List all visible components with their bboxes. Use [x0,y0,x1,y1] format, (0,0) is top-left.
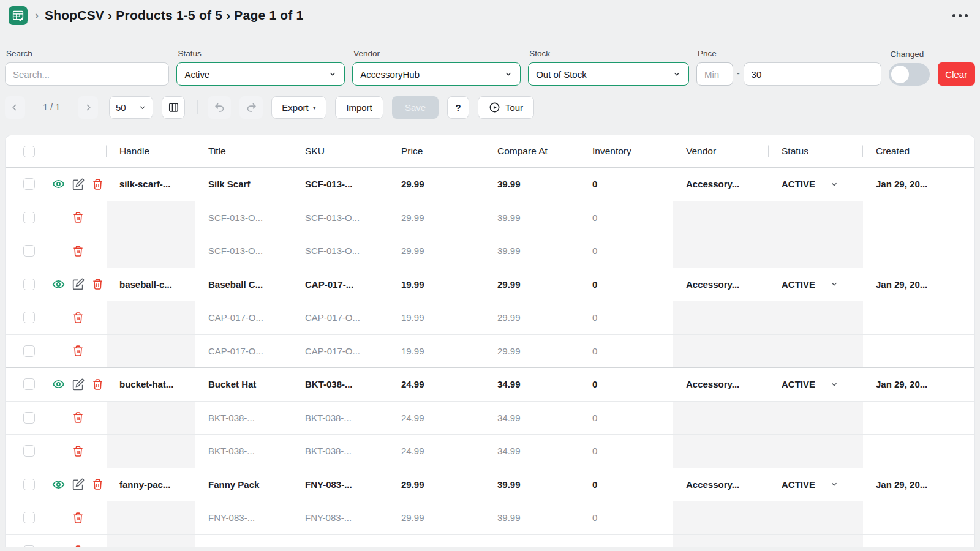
row-checkbox[interactable] [23,245,35,257]
row-checkbox[interactable] [23,279,35,290]
status-filter-group: Status Active [176,49,345,86]
column-header-status[interactable]: Status [769,135,863,167]
created-cell [863,234,974,268]
edit-product-button[interactable] [72,178,85,190]
status-label: Status [178,49,345,58]
import-button[interactable]: Import [335,96,383,119]
column-header-sku[interactable]: SKU [292,135,388,167]
price-max-input[interactable] [744,62,882,86]
row-status-value: ACTIVE [782,179,815,189]
product-row: silk-scarf-...Silk ScarfSCF-013-...29.99… [6,167,974,201]
sku-cell: FNY-083-... [292,468,388,501]
save-button[interactable]: Save [392,96,439,119]
row-actions-cell [43,201,107,234]
view-product-button[interactable] [52,478,65,491]
row-status-select[interactable]: ACTIVE [782,179,839,189]
clear-filters-button[interactable]: Clear [938,62,976,86]
status-select[interactable]: Active [176,62,345,86]
status-cell [769,234,863,268]
action-spacer [52,211,65,224]
next-page-button[interactable] [78,96,98,119]
row-status-select[interactable]: ACTIVE [782,279,839,290]
search-input[interactable] [5,62,169,86]
changed-toggle[interactable] [889,63,930,86]
export-button[interactable]: Export ▾ [271,96,326,119]
toolbar: 1 / 1 50 Export ▾ Import Save ? Tour [5,96,975,119]
row-status-select[interactable]: ACTIVE [782,479,839,490]
row-select-cell [6,301,43,334]
row-checkbox[interactable] [23,212,35,223]
row-checkbox[interactable] [23,178,35,190]
handle-cell [107,301,195,334]
action-spacer [52,244,65,257]
toolbar-divider [197,100,198,114]
delete-product-button[interactable] [91,278,104,291]
view-product-button[interactable] [52,278,65,291]
column-header-compare-at[interactable]: Compare At [484,135,579,167]
price-min-input[interactable] [696,62,733,86]
status-cell [769,435,863,468]
edit-product-button[interactable] [72,378,85,391]
row-checkbox[interactable] [23,445,35,457]
overflow-menu-icon[interactable] [951,10,969,21]
delete-product-button[interactable] [91,478,104,491]
delete-variant-button[interactable] [72,511,85,524]
vendor-cell: Accessory... [673,468,769,501]
row-checkbox[interactable] [23,378,35,390]
column-header-inventory[interactable]: Inventory [579,135,673,167]
page-size-select[interactable]: 50 [109,96,153,119]
row-checkbox[interactable] [23,345,35,357]
delete-product-button[interactable] [91,378,104,391]
vendor-cell [673,301,769,334]
delete-variant-button[interactable] [72,411,85,424]
created-cell [863,402,974,435]
column-header-handle[interactable]: Handle [107,135,195,167]
delete-variant-button[interactable] [72,211,85,224]
row-select-cell [6,168,43,201]
handle-cell: silk-scarf-... [107,168,195,201]
help-button[interactable]: ? [447,96,469,119]
prev-page-button[interactable] [5,96,25,119]
caret-down-icon: ▾ [313,104,316,111]
column-header-title[interactable]: Title [195,135,292,167]
row-select-cell [6,402,43,435]
delete-variant-button[interactable] [72,311,85,324]
delete-variant-button[interactable] [72,444,85,457]
variant-row: SCF-013-O...SCF-013-O...29.9939.990 [6,201,974,234]
columns-button[interactable] [162,96,185,119]
vendor-select[interactable]: AccessoryHub [352,62,521,86]
stock-select[interactable]: Out of Stock [528,62,689,86]
row-checkbox[interactable] [23,412,35,424]
row-checkbox[interactable] [23,545,35,547]
view-product-button[interactable] [52,378,65,391]
stock-select-value: Out of Stock [536,69,587,80]
column-header-vendor[interactable]: Vendor [673,135,769,167]
delete-variant-button[interactable] [72,545,85,547]
edit-product-button[interactable] [72,478,85,491]
status-cell [769,501,863,534]
sku-cell: BKT-038-... [292,368,388,401]
undo-button[interactable] [208,96,231,119]
eye-icon [52,278,65,291]
view-product-button[interactable] [52,178,65,190]
export-label: Export [282,102,308,113]
product-row: baseball-c...Baseball C...CAP-017-...19.… [6,268,974,301]
row-checkbox[interactable] [23,312,35,323]
row-status-select[interactable]: ACTIVE [782,379,839,389]
delete-product-button[interactable] [91,178,104,190]
handle-cell: bucket-hat... [107,368,195,401]
row-checkbox[interactable] [23,479,35,490]
column-header-created[interactable]: Created [863,135,974,167]
column-header-price[interactable]: Price [388,135,484,167]
edit-product-button[interactable] [72,278,85,291]
tour-button[interactable]: Tour [478,96,534,119]
inventory-cell: 0 [579,402,673,435]
delete-variant-button[interactable] [72,244,85,257]
row-checkbox[interactable] [23,512,35,523]
app-logo-icon [9,6,28,25]
select-all-checkbox[interactable] [23,146,35,157]
delete-variant-button[interactable] [72,345,85,358]
vendor-cell [673,435,769,468]
sku-cell: SCF-013-O... [292,201,388,234]
redo-button[interactable] [239,96,263,119]
